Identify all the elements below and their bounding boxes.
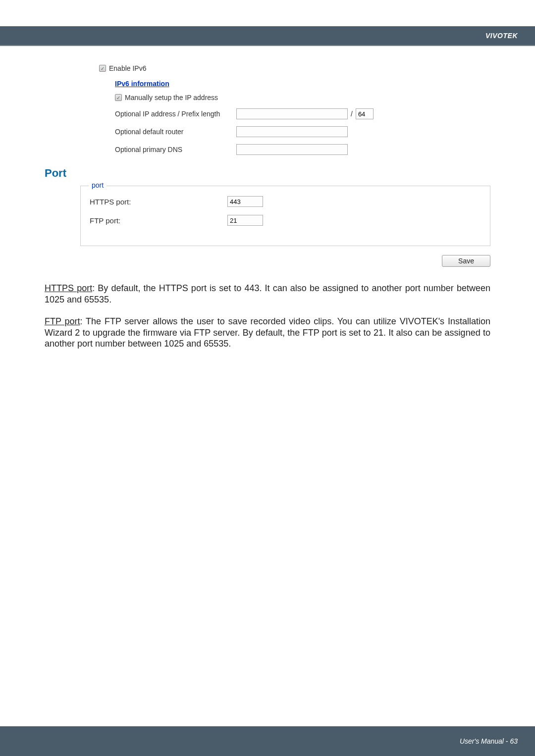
ftp-port-row: FTP port:	[90, 215, 481, 226]
enable-ipv6-checkbox[interactable]: ✓	[99, 65, 106, 72]
https-port-input[interactable]	[227, 196, 263, 207]
optional-ip-row: Optional IP address / Prefix length /	[115, 108, 490, 119]
port-heading: Port	[45, 167, 490, 180]
ftp-port-desc: : The FTP server allows the user to save…	[45, 316, 490, 349]
optional-dns-label: Optional primary DNS	[115, 146, 236, 153]
content-area: ✓ Enable IPv6 IPv6 information ✓ Manuall…	[45, 59, 490, 360]
https-port-term: HTTPS port	[45, 283, 92, 293]
optional-dns-row: Optional primary DNS	[115, 144, 490, 155]
prefix-input[interactable]	[356, 108, 374, 119]
ipv6-section: ✓ Enable IPv6 IPv6 information ✓ Manuall…	[99, 64, 490, 155]
enable-ipv6-row: ✓ Enable IPv6	[99, 64, 490, 72]
optional-router-label: Optional default router	[115, 128, 236, 136]
enable-ipv6-label: Enable IPv6	[109, 64, 147, 72]
port-legend: port	[89, 181, 107, 189]
ftp-port-label: FTP port:	[90, 216, 227, 225]
brand-text: VIVOTEK	[485, 32, 518, 40]
header-band: VIVOTEK	[0, 26, 535, 45]
ftp-port-term: FTP port	[45, 316, 80, 326]
https-paragraph: HTTPS port: By default, the HTTPS port i…	[45, 283, 490, 305]
manual-setup-checkbox[interactable]: ✓	[115, 94, 122, 101]
page: VIVOTEK ✓ Enable IPv6 IPv6 information ✓…	[0, 0, 535, 756]
body-text: HTTPS port: By default, the HTTPS port i…	[45, 283, 490, 350]
save-button-wrap: Save	[45, 255, 490, 267]
port-fieldset: port HTTPS port: FTP port:	[80, 186, 490, 246]
header-underline	[0, 45, 535, 46]
optional-ip-label: Optional IP address / Prefix length	[115, 110, 236, 118]
manual-setup-label: Manually setup the IP address	[125, 94, 218, 101]
footer-band: User's Manual - 63	[0, 726, 535, 756]
ipv6-indent-rows: ✓ Manually setup the IP address Optional…	[115, 94, 490, 155]
footer-text: User's Manual - 63	[460, 737, 518, 745]
ipv6-information-link[interactable]: IPv6 information	[115, 80, 169, 88]
manual-setup-row: ✓ Manually setup the IP address	[115, 94, 490, 101]
optional-dns-input[interactable]	[236, 144, 348, 155]
save-button[interactable]: Save	[442, 255, 490, 267]
prefix-slash: /	[351, 110, 353, 118]
ftp-paragraph: FTP port: The FTP server allows the user…	[45, 316, 490, 350]
optional-ip-input[interactable]	[236, 108, 348, 119]
https-port-desc: : By default, the HTTPS port is set to 4…	[45, 283, 490, 304]
https-port-label: HTTPS port:	[90, 198, 227, 206]
optional-router-input[interactable]	[236, 126, 348, 137]
ftp-port-input[interactable]	[227, 215, 263, 226]
optional-router-row: Optional default router	[115, 126, 490, 137]
https-port-row: HTTPS port:	[90, 196, 481, 207]
